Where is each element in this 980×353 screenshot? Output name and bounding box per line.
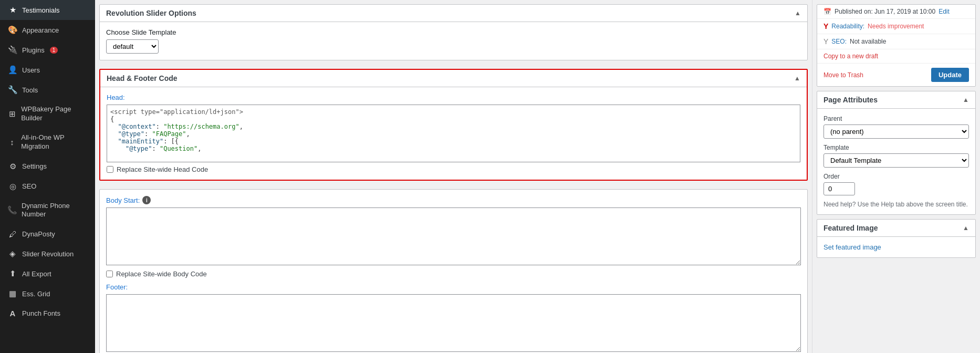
sidebar-item-dynaposty[interactable]: 🖊 DynaPosty [0, 224, 95, 244]
sidebar-item-slider-revolution[interactable]: ◈ Slider Revolution [0, 244, 95, 264]
collapse-icon-2: ▲ [794, 75, 800, 82]
sidebar-item-label: DynaPosty [22, 230, 55, 238]
revolution-slider-title: Revolution Slider Options [106, 9, 196, 17]
ess-grid-icon: ▦ [7, 289, 18, 298]
seo-status: Not available [850, 38, 886, 45]
body-footer-body: Body Start: i Replace Site-wide Body Cod… [100, 190, 807, 353]
replace-head-row: Replace Site-wide Head Code [107, 165, 800, 173]
seo-link[interactable]: SEO: [831, 38, 847, 45]
seo-icon: ◎ [7, 182, 18, 191]
testimonials-icon: ★ [7, 5, 18, 15]
seo-row: Y SEO: Not available [817, 34, 975, 49]
code-line-4: "@type": "FAQPage", [110, 130, 797, 138]
readability-link[interactable]: Readability: [831, 23, 864, 30]
slide-template-select[interactable]: default [106, 39, 159, 54]
calendar-icon: 📅 [823, 8, 831, 15]
page-attributes-collapse-icon: ▲ [963, 96, 969, 103]
order-row: Order 0 [823, 173, 969, 195]
head-footer-header[interactable]: Head & Footer Code ▲ [100, 70, 807, 87]
set-featured-image-link[interactable]: Set featured image [823, 243, 881, 251]
parent-row: Parent (no parent) [823, 115, 969, 139]
code-line-5: "mainEntity": [{ [110, 138, 797, 145]
sidebar-item-label: Tools [22, 86, 38, 94]
sidebar-item-allinone[interactable]: ↕ All-in-One WP Migration [0, 128, 95, 157]
update-button[interactable]: Update [931, 68, 969, 82]
plugins-icon: 🔌 [7, 45, 18, 55]
revolution-slider-body: Choose Slide Template default [100, 22, 807, 60]
copy-draft-row: Copy to a new draft [817, 49, 975, 64]
sidebar-item-ess-grid[interactable]: ▦ Ess. Grid [0, 284, 95, 304]
settings-icon: ⚙ [7, 162, 18, 171]
sidebar-item-label: All-in-One WP Migration [21, 133, 88, 151]
collapse-icon: ▲ [795, 9, 801, 17]
footer-textarea[interactable] [106, 294, 801, 352]
page-attributes-box: Page Attributes ▲ Parent (no parent) Tem… [817, 91, 976, 215]
replace-head-checkbox[interactable] [107, 166, 113, 173]
help-text: Need help? Use the Help tab above the sc… [823, 201, 969, 208]
sidebar-item-dynamic-phone[interactable]: 📞 Dynamic Phone Number [0, 196, 95, 225]
published-row: 📅 Published on: Jun 17, 2019 at 10:00 Ed… [817, 5, 975, 19]
replace-body-row: Replace Site-wide Body Code [106, 270, 801, 278]
choose-slide-label: Choose Slide Template [106, 28, 801, 36]
allinone-icon: ↕ [7, 138, 17, 147]
sidebar-item-appearance[interactable]: 🎨 Appearance [0, 20, 95, 40]
body-start-label: Body Start: [106, 196, 140, 204]
page-attributes-header[interactable]: Page Attributes ▲ [817, 91, 975, 109]
publish-box: 📅 Published on: Jun 17, 2019 at 10:00 Ed… [817, 4, 976, 87]
right-panel: 📅 Published on: Jun 17, 2019 at 10:00 Ed… [812, 0, 980, 353]
dynaposty-icon: 🖊 [7, 230, 18, 238]
order-input[interactable]: 0 [823, 182, 855, 195]
sidebar-item-label: Dynamic Phone Number [22, 202, 88, 220]
sidebar-item-punch-fonts[interactable]: A Punch Fonts [0, 304, 95, 323]
page-attributes-body: Parent (no parent) Template Default Temp… [817, 109, 975, 214]
sidebar-item-users[interactable]: 👤 Users [0, 60, 95, 80]
head-code-area[interactable]: <script type="application/ld+json"> { "@… [107, 105, 800, 162]
sidebar-item-label: Users [22, 66, 40, 74]
plugins-badge: 1 [50, 47, 58, 54]
replace-body-checkbox[interactable] [106, 271, 113, 277]
head-label: Head: [107, 94, 800, 101]
code-line-2: { [110, 116, 797, 123]
head-footer-metabox: Head & Footer Code ▲ Head: <script type=… [99, 69, 808, 181]
publish-actions: Move to Trash Update [817, 64, 975, 86]
body-start-textarea[interactable] [106, 207, 801, 265]
code-line-3: "@context": "https://schema.org", [110, 123, 797, 130]
revolution-slider-metabox: Revolution Slider Options ▲ Choose Slide… [99, 4, 808, 60]
sidebar-item-plugins[interactable]: 🔌 Plugins 1 [0, 40, 95, 60]
featured-image-header[interactable]: Featured Image ▲ [817, 220, 975, 237]
edit-link[interactable]: Edit [939, 8, 950, 15]
sidebar-item-label: SEO [22, 182, 36, 190]
revolution-slider-header[interactable]: Revolution Slider Options ▲ [100, 5, 807, 22]
sidebar-item-tools[interactable]: 🔧 Tools [0, 80, 95, 100]
body-start-label-row: Body Start: i [106, 196, 801, 204]
copy-draft-link[interactable]: Copy to a new draft [823, 53, 878, 60]
replace-head-label: Replace Site-wide Head Code [117, 165, 208, 173]
code-line-6: "@type": "Question", [110, 145, 797, 152]
replace-body-label: Replace Site-wide Body Code [116, 270, 207, 278]
sidebar-item-settings[interactable]: ⚙ Settings [0, 157, 95, 176]
template-select[interactable]: Default Template [823, 153, 969, 168]
body-footer-metabox: Body Start: i Replace Site-wide Body Cod… [99, 189, 808, 353]
parent-select[interactable]: (no parent) [823, 124, 969, 139]
sidebar-item-seo[interactable]: ◎ SEO [0, 176, 95, 196]
users-icon: 👤 [7, 65, 18, 75]
readability-status: Needs improvement [868, 23, 924, 30]
info-icon: i [142, 196, 151, 204]
sidebar-item-all-export[interactable]: ⬆ All Export [0, 264, 95, 284]
trash-link[interactable]: Move to Trash [823, 71, 863, 79]
featured-image-title: Featured Image [823, 224, 878, 232]
head-footer-title: Head & Footer Code [107, 74, 178, 82]
sidebar-item-label: Punch Fonts [22, 309, 60, 317]
footer-label: Footer: [106, 283, 801, 291]
sidebar-item-testimonials[interactable]: ★ Testimonials [0, 0, 95, 20]
parent-label: Parent [823, 115, 969, 122]
sidebar-item-label: Slider Revolution [22, 250, 74, 258]
page-attributes-title: Page Attributes [823, 96, 878, 104]
seo-y-icon: Y [823, 37, 828, 46]
readability-row: Y Readability: Needs improvement [817, 19, 975, 34]
sidebar-item-label: Ess. Grid [22, 290, 50, 298]
sidebar-item-wpbakery[interactable]: ⊞ WPBakery Page Builder [0, 100, 95, 128]
featured-image-box: Featured Image ▲ Set featured image [817, 219, 976, 258]
slider-revolution-icon: ◈ [7, 249, 18, 258]
punch-fonts-icon: A [7, 309, 18, 318]
